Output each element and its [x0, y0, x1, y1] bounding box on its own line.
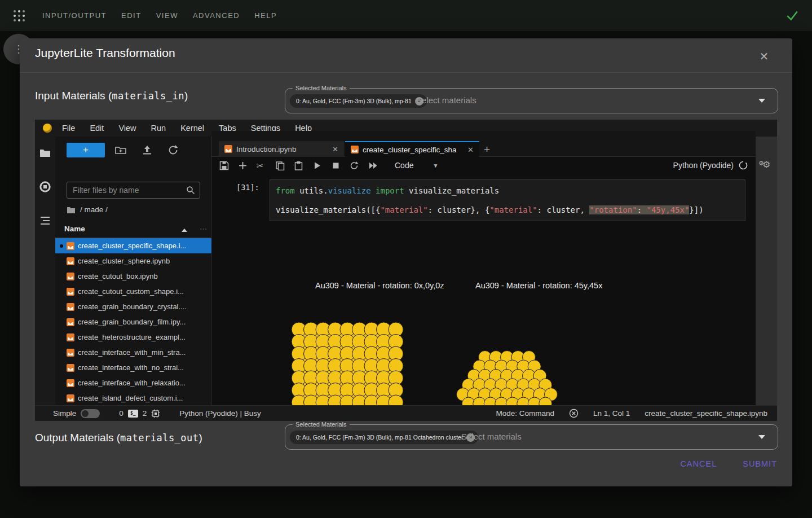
kernel-name[interactable]: Python (Pyodide) — [673, 161, 734, 170]
code-token: }]) — [689, 205, 703, 214]
terminal-icon[interactable]: $_ — [128, 410, 138, 418]
close-icon[interactable]: ✕ — [756, 49, 772, 64]
code-cell-editor[interactable]: from utils.visualize import visualize_ma… — [270, 179, 745, 221]
file-row[interactable]: create_cutout_box.ipynb — [55, 269, 211, 284]
column-options-icon[interactable]: ⋯ — [200, 225, 207, 233]
notifications-off-icon[interactable] — [569, 409, 579, 418]
terminals-count[interactable]: 0 — [119, 409, 123, 418]
select-placeholder: Select materials — [461, 432, 522, 441]
file-name: create_cluster_specific_shape.i... — [78, 242, 186, 250]
select-legend: Selected Materials — [293, 421, 350, 428]
file-browser-icon[interactable] — [39, 147, 51, 159]
new-tab-icon[interactable]: + — [484, 143, 490, 156]
dot-spacer — [60, 305, 63, 309]
tab-create-cluster-specific-shape[interactable]: create_cluster_specific_sha ✕ — [345, 141, 479, 157]
code-token: visualize — [328, 186, 371, 195]
filter-files-input[interactable] — [67, 182, 200, 199]
notebook-content[interactable]: [31]: from utils.visualize import visual… — [211, 174, 756, 405]
file-list-header[interactable]: Name ⋯ — [55, 221, 211, 238]
chevron-down-icon[interactable] — [758, 435, 765, 439]
breadcrumb[interactable]: / made / — [67, 205, 108, 214]
jupyterlite-window: FileEditViewRunKernelTabsSettingsHelp + — [35, 120, 777, 421]
jl-menu-view[interactable]: View — [118, 124, 136, 133]
new-launcher-button[interactable]: + — [67, 143, 105, 157]
file-row[interactable]: create_cutout_custom_shape.i... — [55, 284, 211, 299]
chevron-down-icon[interactable]: ▼ — [433, 163, 438, 169]
tab-introduction[interactable]: Introduction.ipynb ✕ — [219, 141, 344, 157]
modal-footer: CANCEL SUBMIT — [680, 459, 777, 468]
file-name: create_grain_boundary_film.ipy... — [78, 318, 186, 326]
apps-grid-icon[interactable] — [12, 9, 26, 23]
kernels-count[interactable]: 2 — [143, 409, 147, 418]
code-token: "material" — [380, 205, 427, 214]
run-cell-icon[interactable] — [312, 161, 322, 170]
material-chip[interactable]: 0: Au, Gold, FCC (Fm-3m) 3D (Bulk), mp-8… — [290, 94, 427, 108]
name-column-header[interactable]: Name — [64, 225, 85, 233]
table-of-contents-icon[interactable] — [39, 214, 51, 227]
file-row[interactable]: create_interface_with_min_stra... — [55, 345, 211, 360]
cell-type-select[interactable]: Code — [395, 161, 413, 170]
paste-cells-icon[interactable] — [294, 161, 303, 170]
jl-menu-kernel[interactable]: Kernel — [180, 124, 204, 133]
topbar-menu-edit[interactable]: EDIT — [121, 11, 142, 20]
file-row[interactable]: create_grain_boundary_film.ipy... — [55, 314, 211, 330]
chevron-down-icon[interactable] — [758, 99, 765, 103]
run-all-cells-icon[interactable] — [368, 161, 378, 170]
file-row[interactable]: create_cluster_sphere.ipynb — [55, 253, 211, 269]
dot-spacer — [60, 336, 63, 339]
material-chip[interactable]: 0: Au, Gold, FCC (Fm-3m) 3D (Bulk), mp-8… — [290, 431, 478, 444]
jl-menu-edit[interactable]: Edit — [90, 124, 104, 133]
close-tab-icon[interactable]: ✕ — [467, 146, 474, 154]
copy-cells-icon[interactable] — [275, 161, 285, 170]
file-name: create_grain_boundary_crystal.... — [78, 302, 187, 311]
tab-label: Introduction.ipynb — [236, 145, 297, 153]
refresh-icon[interactable] — [167, 144, 179, 156]
breadcrumb-path[interactable]: / made / — [80, 205, 108, 214]
active-filename[interactable]: create_cluster_specific_shape.ipynb — [645, 409, 767, 418]
jupyterlite-logo-icon — [43, 124, 52, 133]
cut-cells-icon[interactable]: ✂ — [257, 161, 266, 170]
code-line-2: visualize_materials([{"material": cluste… — [276, 200, 739, 220]
simple-mode-toggle[interactable] — [81, 409, 100, 418]
topbar-menu-help[interactable]: HELP — [254, 11, 277, 20]
output-materials-select[interactable]: Selected Materials 0: Au, Gold, FCC (Fm-… — [285, 424, 778, 450]
file-row[interactable]: create_grain_boundary_crystal.... — [55, 299, 211, 314]
submit-button[interactable]: SUBMIT — [743, 459, 777, 468]
dot-spacer — [60, 397, 63, 400]
code-token: import — [376, 186, 404, 195]
code-token: "material" — [489, 205, 537, 214]
topbar-menu-view[interactable]: VIEW — [156, 11, 178, 20]
select-placeholder: Select materials — [416, 95, 476, 105]
topbar-menu-input-output[interactable]: INPUT/OUTPUT — [42, 11, 107, 20]
code-token: "rotation" — [589, 205, 637, 214]
kernel-chip-icon[interactable] — [151, 409, 160, 418]
file-browser-panel: + / made / — [55, 137, 211, 405]
save-icon[interactable] — [219, 161, 229, 170]
jl-menu-run[interactable]: Run — [151, 124, 166, 133]
property-inspector-icon[interactable]: ⚙⚙ — [758, 159, 770, 170]
file-row[interactable]: create_interface_with_no_strai... — [55, 360, 211, 375]
new-folder-icon[interactable] — [114, 144, 127, 156]
file-row[interactable]: create_interface_with_relaxatio... — [55, 375, 211, 390]
upload-icon[interactable] — [141, 144, 153, 156]
command-mode-indicator[interactable]: Mode: Command — [496, 409, 555, 418]
file-row[interactable]: create_heterostructure_exampl... — [55, 330, 211, 345]
cursor-position[interactable]: Ln 1, Col 1 — [593, 409, 630, 418]
restart-kernel-icon[interactable] — [350, 161, 359, 170]
topbar-menu-advanced[interactable]: ADVANCED — [193, 11, 240, 20]
sort-ascending-icon[interactable] — [182, 229, 187, 232]
file-row[interactable]: create_island_defect_custom.i... — [55, 390, 211, 406]
stop-kernel-icon[interactable] — [331, 161, 341, 170]
add-cell-icon[interactable] — [238, 161, 248, 170]
dot-spacer — [60, 260, 63, 263]
kernel-status-text[interactable]: Python (Pyodide) | Busy — [179, 409, 261, 418]
file-row[interactable]: create_cluster_specific_shape.i... — [55, 238, 211, 253]
cancel-button[interactable]: CANCEL — [680, 459, 717, 468]
jl-menu-file[interactable]: File — [62, 124, 75, 133]
close-tab-icon[interactable]: ✕ — [332, 145, 338, 153]
running-kernels-icon[interactable] — [39, 181, 51, 193]
input-materials-select[interactable]: Selected Materials 0: Au, Gold, FCC (Fm-… — [285, 88, 778, 113]
notebook-icon — [67, 364, 74, 372]
output-materials-label: Output Materials (materials_out) — [35, 432, 202, 444]
header-divider — [20, 72, 792, 73]
